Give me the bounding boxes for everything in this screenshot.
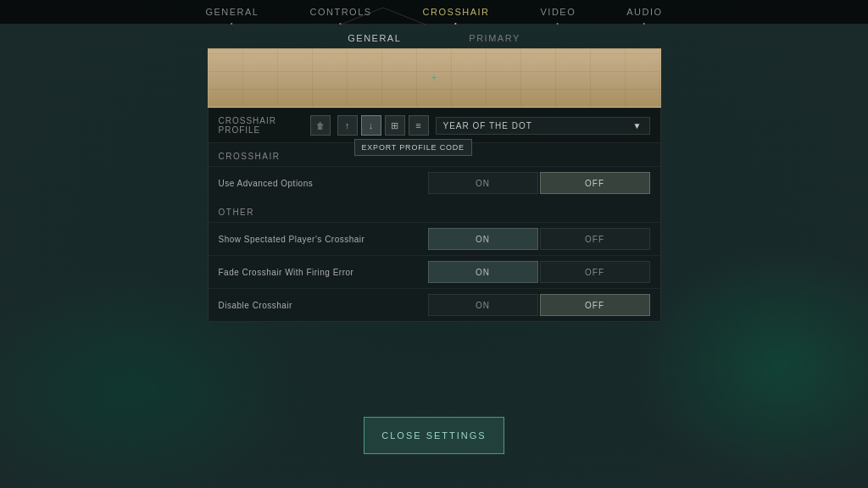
fade-crosshair-label: Fade Crosshair With Firing Error [219,268,428,277]
advanced-options-off[interactable]: Off [540,172,650,194]
sub-navigation: GENERAL PRIMARY [348,25,520,48]
disable-crosshair-toggle: On Off [428,294,650,316]
spectated-crosshair-label: Show Spectated Player's Crosshair [219,235,428,244]
disable-crosshair-on[interactable]: On [428,294,538,316]
nav-item-general[interactable]: GENERAL [205,7,259,24]
delete-profile-button[interactable]: 🗑 [310,115,331,136]
profile-icon-upload[interactable]: ↑ [337,115,358,136]
dropdown-arrow-icon: ▼ [633,121,643,130]
advanced-options-toggle: On Off [428,172,650,194]
spectated-crosshair-toggle: On Off [428,228,650,250]
settings-panel: Crosshair Profile 🗑 ↑ ↓ ⊞ ≡ EXPORT PROFI… [208,108,661,322]
profile-dropdown[interactable]: YEAR OF THE DOT ▼ [436,117,650,135]
spectated-crosshair-on[interactable]: On [428,228,538,250]
profile-icon-copy[interactable]: ⊞ [385,115,405,136]
subnav-primary[interactable]: PRIMARY [469,33,520,43]
export-tooltip: EXPORT PROFILE CODE [354,139,472,156]
spectated-crosshair-off[interactable]: Off [540,228,650,250]
disable-crosshair-label: Disable Crosshair [219,301,428,310]
nav-item-audio[interactable]: AUDIO [626,7,662,24]
profile-icon-group: ↑ ↓ ⊞ ≡ EXPORT PROFILE CODE [337,115,429,136]
close-settings-button[interactable]: CLOSE SETTINGS [364,417,504,454]
profile-label: Crosshair Profile [219,116,303,135]
option-spectated-crosshair: Show Spectated Player's Crosshair On Off [209,222,660,255]
nav-item-video[interactable]: VIDEO [541,7,576,24]
svg-line-1 [383,8,426,25]
advanced-options-label: Use Advanced Options [219,179,428,188]
profile-row: Crosshair Profile 🗑 ↑ ↓ ⊞ ≡ EXPORT PROFI… [209,108,660,143]
option-disable-crosshair: Disable Crosshair On Off [209,288,660,321]
connector-lines [383,8,485,25]
advanced-options-on[interactable]: On [428,172,538,194]
disable-crosshair-off[interactable]: Off [540,294,650,316]
fade-crosshair-on[interactable]: On [428,261,538,283]
profile-icon-menu[interactable]: ≡ [409,115,429,136]
subnav-general[interactable]: GENERAL [348,33,401,43]
nav-item-controls[interactable]: CONTROLS [309,7,371,24]
section-other-label: OTHER [209,199,660,222]
fade-crosshair-off[interactable]: Off [540,261,650,283]
fade-crosshair-toggle: On Off [428,261,650,283]
option-advanced-options: Use Advanced Options On Off [209,166,660,199]
profile-icon-download[interactable]: ↓ [361,115,381,136]
option-fade-crosshair: Fade Crosshair With Firing Error On Off [209,255,660,288]
crosshair-preview [208,48,661,108]
crosshair-indicator [431,75,437,81]
profile-dropdown-value: YEAR OF THE DOT [443,121,532,130]
